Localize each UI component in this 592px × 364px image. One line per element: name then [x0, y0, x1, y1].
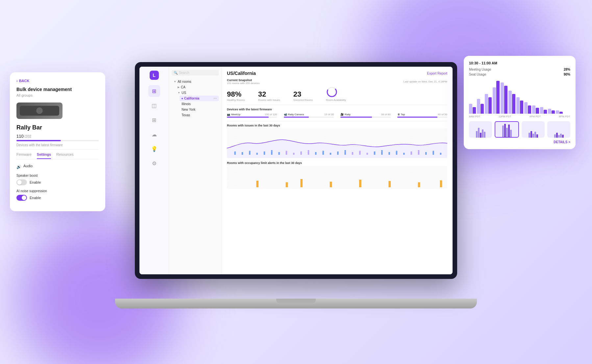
- metric-availability: Room Availability: [326, 86, 346, 102]
- sidebar-icon-cloud[interactable]: ☁: [148, 128, 160, 140]
- tabs-row: Firmware Settings Resources: [16, 152, 99, 159]
- back-button[interactable]: ‹ BACK: [16, 79, 99, 83]
- sidebar-icon-home[interactable]: ⊞: [148, 85, 160, 97]
- divider-1: [227, 105, 447, 105]
- svg-rect-30: [440, 153, 441, 155]
- firmware-tap-header: 🖥 Tap 40 of 50: [397, 113, 448, 116]
- occupancy-chart-section: Rooms with occupancy limit alerts in the…: [227, 161, 447, 189]
- nav-item-new-york[interactable]: New York: [180, 107, 219, 112]
- bar: [528, 105, 531, 114]
- svg-rect-43: [418, 182, 420, 187]
- bar-group-3: [485, 94, 492, 114]
- thumb-bar: [476, 131, 478, 138]
- svg-rect-10: [293, 153, 294, 155]
- x-label-8am: 8AM PDT: [469, 115, 481, 118]
- svg-rect-2: [234, 151, 235, 155]
- nav-item-illinois[interactable]: Illinois: [180, 101, 219, 107]
- snapshot-title: Current Snapshot: [227, 79, 259, 82]
- arrow-icon: ▶: [178, 86, 180, 89]
- sidebar-icon-settings[interactable]: ⚙: [148, 157, 160, 169]
- snoozed-value: 23: [293, 91, 313, 98]
- rally-icon: 🎥: [340, 113, 344, 116]
- thumb-bar: [480, 133, 481, 138]
- firmware-rally-camera-header: 📹 Rally Camera 15 of 30: [284, 113, 334, 116]
- audio-label: Audio: [23, 164, 33, 168]
- tab-settings[interactable]: Settings: [37, 152, 51, 159]
- thumb-bar: [556, 133, 558, 138]
- selected-dot: [182, 98, 183, 99]
- firmware-meetup-bar: [227, 117, 269, 118]
- thumbnail-4[interactable]: [547, 121, 570, 138]
- nav-item-all-rooms[interactable]: ▼ All rooms: [172, 79, 219, 84]
- nav-search[interactable]: 🔍 Search: [172, 70, 219, 76]
- thumb-bar: [554, 134, 556, 138]
- sidebar-icon-monitor[interactable]: ◫: [148, 100, 160, 111]
- thumb-bar: [508, 125, 510, 137]
- svg-rect-21: [374, 151, 375, 155]
- bar-group-10: [540, 107, 547, 114]
- bar-group-12: [556, 110, 563, 114]
- ai-noise-setting: AI noise suppression Enable: [16, 189, 99, 201]
- nav-item-us[interactable]: ▼ US: [176, 90, 219, 96]
- thumbnail-3[interactable]: [522, 121, 545, 138]
- device-img-inner: [20, 106, 59, 116]
- tooltip-meeting-val: 28%: [564, 68, 570, 71]
- svg-rect-16: [337, 151, 338, 155]
- bar: [496, 81, 500, 114]
- firmware-rally-count: 38 of 60: [381, 113, 391, 116]
- arrow-icon: ▼: [174, 80, 176, 83]
- bar-chart: [469, 78, 570, 114]
- laptop-screen-inner: L ⊞ ◫ ⊞ ☁ 💡 ⚙ 🔍 Search ▼ All rooms: [139, 67, 453, 274]
- firmware-rally-bar: [340, 117, 372, 118]
- nav-item-ca[interactable]: ▶ CA: [176, 84, 219, 90]
- firmware-rally-name: 🎥 Rally: [340, 113, 351, 116]
- sidebar-icon-bulb[interactable]: 💡: [148, 143, 160, 155]
- laptop-screen: L ⊞ ◫ ⊞ ☁ 💡 ⚙ 🔍 Search ▼ All rooms: [135, 62, 457, 279]
- svg-rect-20: [366, 153, 368, 155]
- occupancy-chart: [227, 166, 447, 189]
- bar-group-7: [516, 97, 523, 114]
- firmware-meetup: 📷 MeetUp 100 of 120: [227, 113, 277, 118]
- bar-group-1: [469, 104, 476, 114]
- thumb-bar: [510, 130, 512, 137]
- nav-item-texas[interactable]: Texas: [180, 112, 219, 118]
- bar: [469, 104, 472, 114]
- device-image: [16, 102, 62, 119]
- tap-icon: 🖥: [397, 113, 400, 116]
- export-button[interactable]: Export Report: [427, 72, 447, 75]
- tab-firmware[interactable]: Firmware: [16, 152, 32, 159]
- firmware-tap-name: 🖥 Tap: [397, 113, 405, 116]
- tooltip-meeting-key: Meeting Usage: [469, 68, 491, 71]
- thumbnail-2[interactable]: [495, 121, 519, 138]
- firmware-bars: 📷 MeetUp 100 of 120: [227, 113, 447, 118]
- audio-label-row: 🔊 Audio: [16, 164, 99, 170]
- tooltip-row-seat: Seat Usage 90%: [469, 73, 570, 76]
- firmware-meetup-bar-bg: [227, 117, 277, 118]
- nav-tree: 🔍 Search ▼ All rooms ▶ CA ▼ US: [169, 67, 222, 274]
- firmware-rally-camera-bar: [284, 117, 309, 118]
- svg-rect-15: [330, 153, 331, 155]
- rally-camera-icon: 📹: [284, 113, 287, 116]
- metric-rooms-issues: 32 Rooms with Issues: [258, 91, 280, 102]
- bar: [559, 112, 563, 114]
- thumb-bar: [484, 132, 485, 138]
- details-link[interactable]: DETAILS >: [469, 140, 570, 144]
- sidebar-icon-grid[interactable]: ⊞: [148, 114, 160, 126]
- speaker-boost-toggle[interactable]: [16, 179, 27, 185]
- more-icon[interactable]: ⋯: [213, 97, 217, 100]
- healthy-rooms-label: Healthy Rooms: [227, 99, 245, 102]
- ai-noise-toggle[interactable]: [16, 195, 27, 201]
- thumbnail-1[interactable]: [469, 121, 492, 138]
- device-count-value: 110: [16, 134, 24, 139]
- nav-item-california[interactable]: California ⋯: [180, 96, 219, 101]
- svg-rect-37: [256, 181, 259, 187]
- tooltip-seat-key: Seat Usage: [469, 73, 486, 76]
- bar-group-2: [477, 99, 484, 114]
- svg-rect-42: [388, 181, 391, 187]
- tab-resources[interactable]: Resources: [56, 152, 74, 159]
- bar: [524, 102, 528, 114]
- bar-group-11: [548, 109, 555, 114]
- firmware-meetup-header: 📷 MeetUp 100 of 120: [227, 113, 277, 116]
- device-name: Rally Bar: [16, 124, 99, 131]
- firmware-rally-header: 🎥 Rally 38 of 60: [340, 113, 391, 116]
